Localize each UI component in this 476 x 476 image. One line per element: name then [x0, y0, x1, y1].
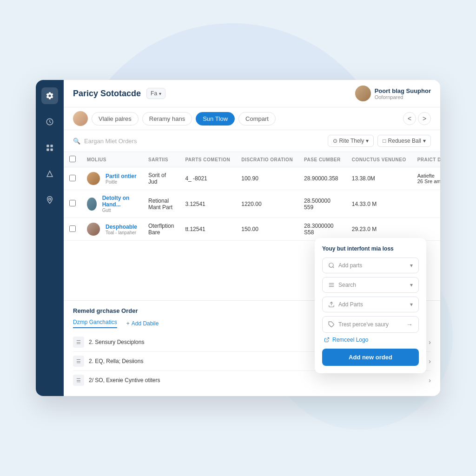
- row-0-name: Partil ontier Poitle: [81, 167, 143, 190]
- row-sub-2: Toal - lanpaher: [106, 230, 137, 235]
- sidebar-icon-location[interactable]: [41, 192, 58, 208]
- popup-dropdown-2[interactable]: Search ▾: [322, 277, 419, 293]
- user-text: Poort blag Suuphor Oofornpared: [375, 87, 431, 100]
- add-dabile-button[interactable]: + Add Dabile: [126, 320, 159, 327]
- nav-prev-button[interactable]: <: [403, 112, 416, 125]
- nav-tab-2[interactable]: Sun Tlow: [196, 112, 235, 126]
- nav-tab-0[interactable]: Vlalie palres: [92, 112, 139, 126]
- row-2-name: Desphoable Toal - lanpaher: [81, 218, 143, 241]
- row-avatar-0: [87, 172, 100, 185]
- nav-tab-1[interactable]: Reramy hans: [142, 112, 192, 126]
- row-name-0[interactable]: Partil ontier: [106, 173, 137, 179]
- row-1-case: 28.500000 559: [298, 190, 346, 218]
- list-item-arrow-2: ›: [429, 377, 431, 384]
- svg-rect-2: [51, 145, 53, 147]
- col-checkbox: [64, 152, 81, 167]
- row-0-checkbox: [64, 167, 81, 190]
- filter-btn-2[interactable]: □ Reduese Ball ▾: [377, 135, 431, 147]
- arrow-right-icon-popup: →: [406, 321, 413, 328]
- search-icon: 🔍: [73, 138, 80, 145]
- sub-nav-arrows: < >: [403, 112, 431, 125]
- search-icon-popup-1: [328, 262, 335, 269]
- nav-tab-3[interactable]: Compart: [238, 112, 276, 126]
- name-cell-1: Detolty on Hand... Gutt: [87, 195, 137, 213]
- table-header-row: MOLIUS SARTIIS PARTS COMETION DISCRATIO …: [64, 152, 440, 167]
- col-molius: MOLIUS: [81, 152, 143, 167]
- row-2-desc: [412, 218, 440, 241]
- add-dabile-label: Add Dabile: [132, 320, 159, 327]
- tag-icon-popup: [328, 321, 335, 328]
- popup-item-left: Trest perce've saury: [328, 321, 389, 328]
- popup-item-arrow-label: Trest perce've saury: [338, 321, 389, 328]
- filter-label-1: Rite Thely: [339, 138, 364, 144]
- col-praict: PRAICT DESCRIBTION: [412, 152, 440, 167]
- list-item-text-0: 2. Sensury Desciplons: [89, 339, 144, 345]
- row-name-1[interactable]: Detolty on Hand...: [102, 195, 137, 208]
- row-2-case: 28.3000000 S58: [298, 218, 346, 241]
- bottom-tab-1[interactable]: Dzmp Ganchatics: [73, 319, 117, 328]
- filter-icon-1: ⊙: [333, 138, 337, 144]
- popup-dropdown-1[interactable]: Add parts ▾: [322, 258, 419, 273]
- view-selector-label: Fa: [151, 90, 157, 97]
- popup-link[interactable]: Remceel Logo: [324, 337, 419, 343]
- sidebar-icon-grid[interactable]: [41, 139, 58, 156]
- sidebar-icon-gear[interactable]: [41, 87, 58, 104]
- list-item-icon-0: ☰: [73, 337, 84, 348]
- add-new-order-button[interactable]: Add new orded: [322, 349, 419, 366]
- table-row: Desphoable Toal - lanpaher Oterflption B…: [64, 218, 440, 241]
- row-name-2[interactable]: Desphoable: [106, 224, 137, 230]
- popup-link-label: Remceel Logo: [332, 337, 368, 343]
- nav-next-button[interactable]: >: [418, 112, 431, 125]
- row-0-case: 28.90000.358: [298, 167, 346, 190]
- select-all-checkbox[interactable]: [69, 156, 76, 162]
- link-icon-popup: [324, 337, 330, 343]
- list-item-icon-1: ☰: [73, 356, 84, 367]
- svg-line-12: [326, 338, 329, 341]
- row-avatar-2: [87, 223, 100, 236]
- user-role: Oofornpared: [375, 94, 431, 100]
- search-placeholder[interactable]: Eargan Mlet Orders: [84, 138, 137, 145]
- row-1-desc: [412, 190, 440, 218]
- row-checkbox-1[interactable]: [69, 200, 76, 206]
- popup-dropdown-label-2: Search: [338, 282, 356, 288]
- user-avatar-img: [355, 86, 371, 101]
- user-name: Poort blag Suuphor: [375, 87, 431, 94]
- popup-dropdown-left-2: Search: [328, 282, 356, 288]
- row-2-disc: 150.00: [236, 218, 298, 241]
- search-filters: ⊙ Rite Thely ▾ □ Reduese Ball ▾: [328, 135, 431, 147]
- col-parts: PARTS COMETION: [179, 152, 236, 167]
- row-2-checkbox: [64, 218, 81, 241]
- top-bar-left: Paricy Sototacde Fa ▾: [73, 88, 165, 99]
- name-cell-0: Partil ontier Poitle: [87, 172, 137, 185]
- row-sub-1: Gutt: [102, 208, 137, 213]
- search-bar: 🔍 Eargan Mlet Orders ⊙ Rite Thely ▾ □ Re…: [64, 130, 440, 152]
- view-selector[interactable]: Fa ▾: [146, 88, 165, 99]
- user-avatar: [355, 86, 371, 101]
- list-icon-popup: [328, 282, 335, 288]
- list-item-text-2: 2/ SO, Exenie Cyntive otiters: [89, 377, 160, 383]
- list-item-2[interactable]: ☰ 2/ SO, Exenie Cyntive otiters ›: [73, 371, 431, 390]
- popup-dropdown-3[interactable]: Add Parts ▾: [322, 297, 419, 312]
- sidebar: [36, 80, 64, 396]
- sidebar-icon-triangle[interactable]: [41, 165, 58, 182]
- popup-item-arrow[interactable]: Trest perce've saury →: [322, 316, 419, 333]
- list-item-text-1: 2. EQ, Rella; Desiions: [89, 358, 143, 364]
- upload-icon-popup: [328, 301, 335, 308]
- row-checkbox-0[interactable]: [69, 175, 76, 181]
- main-table: MOLIUS SARTIIS PARTS COMETION DISCRATIO …: [64, 152, 440, 241]
- filter-btn-1[interactable]: ⊙ Rite Thely ▾: [328, 135, 374, 147]
- row-checkbox-2[interactable]: [69, 225, 76, 232]
- search-input-wrapper: 🔍 Eargan Mlet Orders: [73, 138, 137, 145]
- row-1-disc: 1220.00: [236, 190, 298, 218]
- row-0-desc: Aatiefte26 Sre am Hart: [412, 167, 440, 190]
- row-1-name: Detolty on Hand... Gutt: [81, 190, 143, 218]
- col-sartiis: SARTIIS: [143, 152, 179, 167]
- chevron-down-popup-2: ▾: [410, 282, 413, 288]
- popup-title: Youy but interfont mia loss: [322, 245, 419, 252]
- col-disc: DISCRATIO ORATION: [236, 152, 298, 167]
- list-item-arrow-1: ›: [429, 357, 431, 365]
- sidebar-icon-clock[interactable]: [41, 113, 58, 130]
- svg-point-6: [329, 263, 333, 267]
- top-bar-right: Poort blag Suuphor Oofornpared: [355, 86, 431, 101]
- popup-dropdown-left-1: Add parts: [328, 262, 362, 269]
